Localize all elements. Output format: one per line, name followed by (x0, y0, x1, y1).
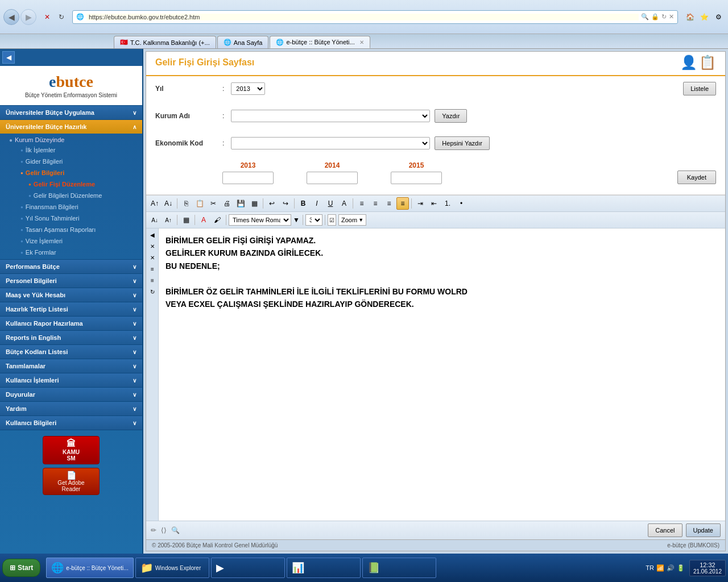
sidebar-item-gelir-bilgileri[interactable]: ● Gelir Bilgileri Düzenleme (0, 190, 142, 201)
tb-italic[interactable]: I (311, 197, 323, 210)
taskbar-app-ppt[interactable]: 📊 (287, 558, 361, 578)
refresh-button[interactable]: ↻ (55, 11, 68, 23)
year-input-2013[interactable] (222, 172, 274, 184)
tb-bold[interactable]: B (297, 197, 309, 210)
tab-ebutce[interactable]: 🌐 e-bütçe :: Bütçe Yöneti... ✕ (270, 36, 370, 48)
sidebar-item-gider[interactable]: ● Gider Bilgileri (0, 156, 142, 167)
back-button[interactable]: ◀ (3, 9, 19, 25)
start-button[interactable]: ⊞ Start (2, 559, 40, 577)
spell-check-toggle[interactable]: ☑ (328, 214, 336, 226)
font-family-dropdown[interactable]: ▼ (292, 214, 300, 226)
tb-list-ol[interactable]: 1. (441, 197, 454, 210)
hepsini-yazdir-button[interactable]: Hepsini Yazdır (435, 136, 490, 150)
yil-select[interactable]: 2013 (231, 82, 265, 95)
tb-align-center[interactable]: ≡ (369, 197, 382, 210)
rte-left-btn2[interactable]: ✕ (147, 241, 158, 251)
taskbar-app-ie[interactable]: 🌐 e-bütçe :: Bütçe Yöneti... (46, 558, 133, 578)
tb-font-color[interactable]: A (338, 197, 350, 210)
tb-justify[interactable]: ≡ (396, 197, 409, 210)
section-header-kullanici-rapor[interactable]: Kullanıcı Rapor Hazırlama ∨ (0, 317, 142, 330)
sidebar-item-gelir-fis[interactable]: ● Gelir Fişi Düzenleme (0, 178, 142, 190)
section-header-tanimlamalar[interactable]: Tanımlamalar ∨ (0, 359, 142, 373)
section-header-yardim[interactable]: Yardım ∨ (0, 402, 142, 415)
rte-left-btn3[interactable]: ✕ (147, 252, 158, 263)
section-header-hazirlik[interactable]: Hazırlık Tertip Listesi ∨ (0, 302, 142, 316)
tb-cut[interactable]: ✂ (207, 197, 220, 210)
section-header-kullanici-bilgileri[interactable]: Kullanıcı Bilgileri ∨ (0, 416, 142, 430)
forward-button[interactable]: ▶ (20, 9, 36, 25)
tab-close-icon[interactable]: ✕ (359, 39, 364, 45)
sidebar-item-tasari[interactable]: ● Tasarı Aşaması Raporları (0, 224, 142, 235)
year-input-2014[interactable] (307, 172, 358, 184)
update-button[interactable]: Update (686, 523, 721, 537)
sidebar-back-button[interactable]: ◀ (2, 51, 15, 64)
section-header-univ-uygulama[interactable]: Üniversiteler Bütçe Uygulama ∨ (0, 106, 142, 119)
stop-button[interactable]: ✕ (41, 11, 53, 23)
sidebar-item-yilsonu[interactable]: ● Yıl Sonu Tahminleri (0, 213, 142, 224)
kamu-sm-logo[interactable]: 🏛 KAMUSM (43, 436, 100, 464)
tb-font-size-down[interactable]: A↓ (162, 197, 175, 210)
tb-align-left[interactable]: ≡ (355, 197, 368, 210)
tb-font-color2[interactable]: A (197, 214, 210, 226)
year-input-2015[interactable] (391, 172, 442, 184)
user-icon[interactable]: 👤 (680, 55, 697, 70)
kaydet-button[interactable]: Kaydet (677, 171, 716, 184)
section-header-performans[interactable]: Performans Bütçe ∨ (0, 260, 142, 273)
tb-sub[interactable]: A↓ (148, 214, 161, 226)
edit-icon[interactable]: ✏ (151, 526, 156, 534)
tb-save[interactable]: 💾 (234, 197, 247, 210)
tb-indent-less[interactable]: ⇤ (428, 197, 440, 210)
font-size-select[interactable]: 3 (305, 214, 322, 226)
tools-button[interactable]: ⚙ (712, 11, 725, 23)
adobe-reader-logo[interactable]: 📄 Get AdobeReader (43, 468, 100, 495)
tb-underline[interactable]: U (324, 197, 337, 210)
sidebar-item-vize[interactable]: ● Vize İşlemleri (0, 235, 142, 247)
tab-kalkınma[interactable]: 🇹🇷 T.C. Kalkınma Bakanlığı (+... (114, 36, 216, 48)
tb-sup[interactable]: A↑ (162, 214, 175, 226)
tab-anasayfa[interactable]: 🌐 Ana Sayfa (217, 36, 269, 48)
favorites-button[interactable]: ⭐ (698, 11, 710, 23)
home-button[interactable]: 🏠 (684, 11, 696, 23)
kurum-select[interactable] (231, 110, 430, 122)
rte-left-btn4[interactable]: ≡ (147, 264, 158, 274)
tb-list-ul[interactable]: • (455, 197, 468, 210)
sidebar-item-gelir[interactable]: ● Gelir Bilgileri (0, 167, 142, 178)
taskbar-app-excel[interactable]: 📗 (362, 558, 436, 578)
font-family-select[interactable]: Times New Roma (229, 214, 291, 226)
tb-indent-more[interactable]: ⇥ (414, 197, 427, 210)
tb-redo[interactable]: ↪ (279, 197, 292, 210)
search-bottom-icon[interactable]: 🔍 (171, 526, 180, 534)
document-icon[interactable]: 📋 (699, 55, 716, 70)
cancel-button[interactable]: Cancel (648, 523, 682, 537)
tb-copy[interactable]: ⎘ (180, 197, 192, 210)
section-header-reports-english[interactable]: Reports in English ∨ (0, 331, 142, 344)
tb-highlight[interactable]: 🖌 (211, 214, 224, 226)
section-header-butce-kodlari[interactable]: Bütçe Kodları Listesi ∨ (0, 345, 142, 359)
tb-font-size-up[interactable]: A↑ (148, 197, 161, 210)
rte-left-btn5[interactable]: ≡ (147, 275, 158, 285)
tb-table[interactable]: ▦ (248, 197, 260, 210)
tb-paste[interactable]: 📋 (193, 197, 206, 210)
taskbar-app-media[interactable]: ▶ (211, 558, 285, 578)
section-header-duyurular[interactable]: Duyurular ∨ (0, 388, 142, 401)
sidebar-item-finansman[interactable]: ● Finansman Bilgileri (0, 201, 142, 213)
section-header-personel[interactable]: Personel Bilgileri ∨ (0, 274, 142, 288)
section-header-maas[interactable]: Maaş ve Yük Hesabı ∨ (0, 288, 142, 302)
yazdir-button[interactable]: Yazdır (435, 109, 467, 123)
listele-button[interactable]: Listele (683, 82, 716, 95)
code-icon[interactable]: ⟨⟩ (161, 526, 167, 534)
tb-print[interactable]: 🖨 (221, 197, 233, 210)
sidebar-item-ilk[interactable]: ● İlk İşlemler (0, 144, 142, 156)
ekonomik-select[interactable] (231, 137, 430, 149)
address-bar[interactable]: 🌐 https://ebutce.bumko.gov.tr/ebutce2.ht… (72, 10, 678, 24)
rte-left-btn1[interactable]: ◀ (147, 230, 158, 240)
section-header-kullanici-islemleri[interactable]: Kullanıcı İşlemleri ∨ (0, 373, 142, 387)
sidebar-item-ek[interactable]: ● Ek Formlar (0, 247, 142, 258)
tb-align-right[interactable]: ≡ (383, 197, 395, 210)
tb-undo[interactable]: ↩ (266, 197, 278, 210)
sidebar-item-kurum[interactable]: ● Kurum Düzeyinde (0, 134, 142, 144)
rte-left-btn6[interactable]: ↻ (147, 286, 158, 297)
taskbar-app-explorer[interactable]: 📁 Windows Explorer (135, 558, 209, 578)
zoom-control[interactable]: Zoom ▼ (338, 214, 366, 226)
tb-table2[interactable]: ▦ (180, 214, 192, 226)
